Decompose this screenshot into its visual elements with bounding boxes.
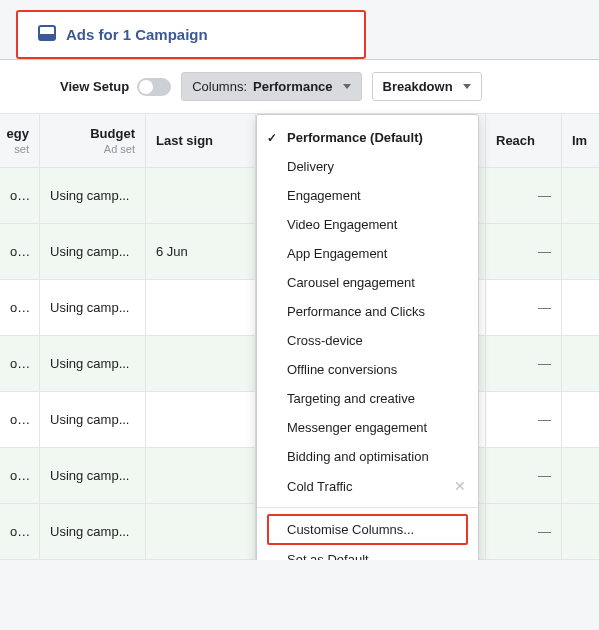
cell-impressions [562,504,599,559]
columns-preset-item[interactable]: Video Engagement [257,210,478,239]
columns-preset-item[interactable]: Performance (Default) [257,123,478,152]
table-toolbar: View Setup Columns: Performance Breakdow… [0,60,599,114]
cell-reach: — [486,504,562,559]
menu-item-label: Engagement [287,188,361,203]
columns-value: Performance [253,79,332,94]
menu-item-label: Cross-device [287,333,363,348]
columns-preset-item[interactable]: Bidding and optimisation [257,442,478,471]
ads-tab-label: Ads for 1 Campaign [66,26,208,43]
cell-strategy: ost e... [0,224,40,279]
columns-preset-item[interactable]: Messenger engagement [257,413,478,442]
col-header-budget[interactable]: Budget Ad set [40,114,146,167]
cell-reach: — [486,448,562,503]
menu-item-label: Carousel engagement [287,275,415,290]
menu-item-label: Cold Traffic [287,479,353,494]
ads-tab-icon [38,24,56,45]
tab-bar: Ads for 1 Campaign [0,0,599,60]
menu-item-label: Bidding and optimisation [287,449,429,464]
menu-item-label: Performance and Clicks [287,304,425,319]
cell-budget: Using camp... [40,280,146,335]
svg-rect-1 [39,34,55,40]
cell-budget: Using camp... [40,504,146,559]
cell-strategy: ost e... [0,504,40,559]
customise-columns-item[interactable]: Customise Columns... [267,514,468,545]
menu-item-label: Offline conversions [287,362,397,377]
cell-reach: — [486,168,562,223]
cell-lastsign [146,168,256,223]
cell-reach: — [486,280,562,335]
cell-reach: — [486,392,562,447]
view-setup-label: View Setup [60,79,129,94]
breakdown-dropdown-trigger[interactable]: Breakdown [372,72,482,101]
close-icon[interactable]: ✕ [454,478,466,494]
breakdown-label: Breakdown [383,79,453,94]
ads-tab[interactable]: Ads for 1 Campaign [16,10,366,59]
menu-item-label: App Engagement [287,246,387,261]
view-setup-toggle[interactable] [137,78,171,96]
cell-strategy: ost e... [0,448,40,503]
view-setup[interactable]: View Setup [60,78,171,96]
cell-budget: Using camp... [40,168,146,223]
cell-strategy: ost e... [0,280,40,335]
cell-lastsign [146,336,256,391]
columns-preset-item[interactable]: Cross-device [257,326,478,355]
cell-strategy: ost e... [0,392,40,447]
col-header-reach[interactable]: Reach [486,114,562,167]
cell-strategy: ost e... [0,336,40,391]
columns-preset-item[interactable]: Carousel engagement [257,268,478,297]
menu-item-label: Delivery [287,159,334,174]
columns-preset-item[interactable]: App Engagement [257,239,478,268]
caret-down-icon [463,84,471,89]
menu-item-label: Performance (Default) [287,130,423,145]
col-header-impressions[interactable]: Im [562,114,599,167]
menu-item-label: Video Engagement [287,217,397,232]
columns-preset-item[interactable]: Targeting and creative [257,384,478,413]
cell-lastsign [146,504,256,559]
cell-budget: Using camp... [40,448,146,503]
cell-strategy: ost e... [0,168,40,223]
cell-impressions [562,336,599,391]
columns-preset-item[interactable]: Performance and Clicks [257,297,478,326]
cell-reach: — [486,224,562,279]
cell-lastsign [146,392,256,447]
grid-wrapper: egy set Budget Ad set Last sign Reach Im… [0,114,599,560]
caret-down-icon [343,84,351,89]
columns-dropdown-menu: Performance (Default)DeliveryEngagementV… [256,114,479,560]
cell-impressions [562,224,599,279]
columns-action-item[interactable]: Set as Default [257,545,478,560]
cell-lastsign [146,280,256,335]
menu-separator [257,507,478,508]
cell-reach: — [486,336,562,391]
columns-dropdown-trigger[interactable]: Columns: Performance [181,72,361,101]
menu-item-label: Customise Columns... [287,522,414,537]
menu-item-label: Targeting and creative [287,391,415,406]
col-header-strategy[interactable]: egy set [0,114,40,167]
cell-budget: Using camp... [40,336,146,391]
menu-item-label: Messenger engagement [287,420,427,435]
cell-impressions [562,448,599,503]
cell-impressions [562,168,599,223]
cell-budget: Using camp... [40,224,146,279]
col-header-lastsign[interactable]: Last sign [146,114,256,167]
cell-budget: Using camp... [40,392,146,447]
columns-preset-item[interactable]: Cold Traffic✕ [257,471,478,501]
cell-impressions [562,280,599,335]
columns-preset-item[interactable]: Engagement [257,181,478,210]
columns-prefix: Columns: [192,79,247,94]
cell-impressions [562,392,599,447]
columns-preset-item[interactable]: Delivery [257,152,478,181]
menu-item-label: Set as Default [287,552,369,560]
cell-lastsign: 6 Jun [146,224,256,279]
cell-lastsign [146,448,256,503]
columns-preset-item[interactable]: Offline conversions [257,355,478,384]
